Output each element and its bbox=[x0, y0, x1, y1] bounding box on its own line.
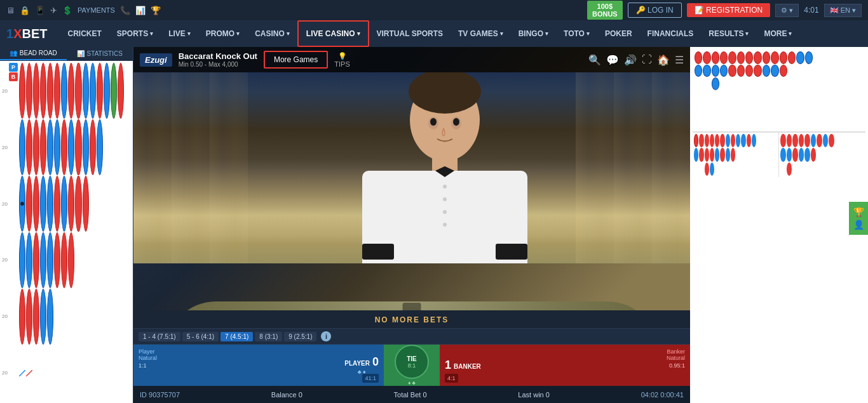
bet-tab-1[interactable]: 1 - 4 (7.5:1) bbox=[139, 332, 180, 341]
banker-result: 4:1 bbox=[445, 374, 458, 383]
bead-dot-grid bbox=[19, 63, 131, 401]
player-indicator: P bbox=[9, 63, 18, 72]
bead-dot-empty bbox=[90, 289, 96, 345]
bead-dot-empty bbox=[111, 345, 117, 401]
sound-icon[interactable]: 🔊 bbox=[624, 54, 637, 66]
lock-icon[interactable]: 🔒 bbox=[20, 6, 30, 15]
nav-item-more[interactable]: MORE ▾ bbox=[756, 20, 799, 47]
nav-item-bingo[interactable]: BINGO ▾ bbox=[511, 20, 556, 47]
nav-item-poker[interactable]: POKER bbox=[597, 20, 640, 47]
bead-dot-empty bbox=[111, 119, 117, 175]
main-bet-panels: PlayerNatural 1:1 PLAYER 0 ♣ ♦ 41:1 bbox=[133, 345, 690, 386]
bead-road-tab[interactable]: 👥 BEAD ROAD bbox=[0, 47, 67, 60]
chart-icon[interactable]: 📊 bbox=[135, 6, 146, 15]
telegram-icon[interactable]: ✈ bbox=[50, 6, 57, 15]
bead-dot bbox=[111, 63, 117, 119]
home-icon[interactable]: 🏠 bbox=[657, 54, 670, 66]
nav-item-virtual[interactable]: VIRTUAL SPORTS bbox=[369, 20, 451, 47]
search-icon[interactable]: 🔍 bbox=[588, 54, 601, 66]
login-button[interactable]: 🔑 LOG IN bbox=[628, 3, 682, 18]
banker-label: BANKER bbox=[454, 363, 481, 370]
bead-dot-empty bbox=[125, 232, 131, 288]
nav-item-promo[interactable]: PROMO ▾ bbox=[198, 20, 247, 47]
bead-dot bbox=[47, 289, 53, 345]
game-header: Ezugi Baccarat Knock Out Min 0.50 - Max … bbox=[133, 47, 690, 72]
bead-dot bbox=[40, 63, 46, 119]
svg-rect-11 bbox=[496, 244, 527, 260]
no-more-bets-text: NO MORE BETS bbox=[375, 315, 449, 324]
tips-button[interactable]: 💡 TIPS bbox=[334, 52, 349, 68]
floating-right-panel[interactable]: 🏆 👤 bbox=[849, 202, 868, 235]
game-controls: NO MORE BETS 1 - 4 (7.5:1) 5 - 6 (4:1) 7… bbox=[133, 310, 690, 403]
small-roads-grid bbox=[693, 132, 865, 177]
mobile-icon[interactable]: 📱 bbox=[35, 6, 45, 15]
nav-item-financials[interactable]: FINANCIALS bbox=[640, 20, 702, 47]
bead-dot-empty bbox=[118, 345, 124, 401]
nav-item-results[interactable]: RESULTS ▾ bbox=[701, 20, 756, 47]
player-result: 41:1 bbox=[362, 374, 379, 383]
user-float-icon: 👤 bbox=[853, 220, 864, 230]
balance-display: Balance 0 bbox=[271, 391, 302, 399]
bead-dot bbox=[26, 232, 32, 288]
bead-dot bbox=[19, 119, 25, 175]
phone-icon[interactable]: 📞 bbox=[120, 6, 130, 15]
bead-dot-empty bbox=[125, 289, 131, 345]
nav-item-casino[interactable]: CASINO ▾ bbox=[247, 20, 297, 47]
bead-dot-empty bbox=[97, 345, 103, 401]
logo[interactable]: 1XBET bbox=[6, 27, 47, 41]
bead-dot bbox=[61, 119, 67, 175]
bead-dot bbox=[33, 289, 39, 345]
info-button[interactable]: i bbox=[321, 331, 331, 341]
bead-dot-empty bbox=[83, 232, 89, 288]
tie-odds: 8:1 bbox=[408, 362, 416, 369]
bead-dot-empty bbox=[90, 176, 96, 232]
monitor-icon[interactable]: 🖥 bbox=[6, 6, 15, 15]
bet-tab-4[interactable]: 8 (3:1) bbox=[255, 332, 282, 341]
player-score-display: 0 bbox=[372, 355, 379, 369]
header-right-icons: 🔍 💬 🔊 ⛶ 🏠 ☰ bbox=[588, 54, 684, 66]
bead-dot bbox=[68, 176, 74, 232]
more-games-button[interactable]: More Games bbox=[264, 51, 328, 69]
banker-indicator: B bbox=[9, 72, 18, 81]
menu-icon[interactable]: ☰ bbox=[675, 54, 684, 66]
bead-dot bbox=[26, 63, 32, 119]
chat-icon[interactable]: 💬 bbox=[606, 54, 619, 66]
fullscreen-icon[interactable]: ⛶ bbox=[642, 54, 652, 65]
nav-item-sports[interactable]: SPORTS ▾ bbox=[109, 20, 161, 47]
bead-dot bbox=[19, 176, 25, 232]
bonus-button[interactable]: 100$BONUS bbox=[587, 1, 623, 20]
bead-dot-empty bbox=[75, 232, 81, 288]
bead-dot bbox=[68, 232, 74, 288]
payments-icon[interactable]: 💲 bbox=[62, 6, 72, 15]
language-button[interactable]: 🇬🇧 EN ▾ bbox=[824, 4, 862, 17]
bet-tab-3-active[interactable]: 7 (4.5:1) bbox=[220, 332, 253, 341]
game-time: 04:02 0:00:41 bbox=[641, 391, 684, 399]
nav-item-live-casino[interactable]: LIVE CASINO ▾ bbox=[297, 20, 369, 47]
left-stats-panel: 👥 BEAD ROAD 📊 STATISTICS 20 20 20 20 20 … bbox=[0, 47, 133, 403]
player-bet-panel[interactable]: PlayerNatural 1:1 PLAYER 0 ♣ ♦ 41:1 bbox=[133, 345, 384, 386]
bead-dot bbox=[75, 119, 81, 175]
banker-bet-panel[interactable]: BankerNatural 0.95:1 1 BANKER 4:1 bbox=[440, 345, 690, 386]
bead-dot-empty bbox=[104, 176, 110, 232]
bead-dot-empty bbox=[118, 119, 124, 175]
tie-bet-panel[interactable]: TIE 8:1 ♦ ♣ bbox=[384, 345, 440, 386]
trophy-icon[interactable]: 🏆 bbox=[151, 6, 161, 15]
bead-dot-diag bbox=[26, 345, 32, 401]
bet-tab-5[interactable]: 9 (2.5:1) bbox=[284, 332, 316, 341]
nav-item-toto[interactable]: TOTO ▾ bbox=[556, 20, 597, 47]
bead-dot-empty bbox=[40, 345, 46, 401]
player-label: PLAYER bbox=[344, 360, 370, 367]
nav-item-tv-games[interactable]: TV GAMES ▾ bbox=[451, 20, 511, 47]
statistics-tab[interactable]: 📊 STATISTICS bbox=[67, 47, 133, 60]
nav-item-cricket[interactable]: CRICKET bbox=[60, 20, 109, 47]
bead-dot-empty bbox=[83, 289, 89, 345]
banker-name-score: 1 BANKER bbox=[445, 359, 481, 372]
nav-item-live[interactable]: LIVE ▾ bbox=[161, 20, 198, 47]
settings-button[interactable]: ⚙ ▾ bbox=[775, 4, 799, 17]
register-button[interactable]: 📝 REGISTRATION bbox=[687, 3, 770, 17]
bet-tab-2[interactable]: 5 - 6 (4:1) bbox=[182, 332, 219, 341]
payments-label[interactable]: PAYMENTS bbox=[78, 6, 115, 14]
bead-dot-empty bbox=[125, 176, 131, 232]
bead-dot bbox=[26, 119, 32, 175]
bead-dot-empty bbox=[125, 63, 131, 119]
